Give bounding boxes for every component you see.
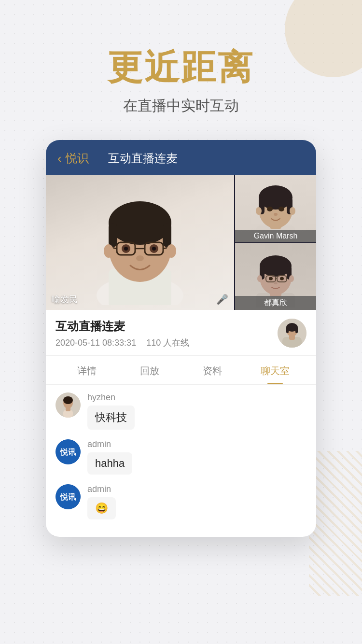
tab-details[interactable]: 详情 [56, 356, 118, 384]
svg-point-27 [274, 213, 278, 216]
video-area: 喻发民 🎤 [46, 175, 316, 310]
svg-point-42 [257, 275, 262, 282]
main-title: 更近距离 [108, 48, 254, 86]
host-avatar-img [278, 319, 306, 348]
svg-point-18 [167, 244, 176, 258]
main-person-face [46, 175, 234, 310]
svg-rect-48 [295, 327, 298, 333]
sub-title: 在直播中实时互动 [123, 96, 239, 116]
svg-text:悦讯: 悦讯 [60, 493, 76, 501]
svg-point-4 [109, 201, 171, 245]
chat-content-2: admin hahha [87, 439, 306, 475]
chat-message-2: 悦讯 admin hahha [56, 439, 306, 475]
svg-rect-47 [286, 327, 289, 333]
side-person-2-label: 都真欣 [235, 296, 316, 310]
svg-rect-50 [289, 335, 295, 340]
session-text: 互动直播连麦 2020-05-11 08:33:31 110 人在线 [56, 319, 278, 349]
avatar-logo-2: 悦讯 [56, 484, 81, 509]
chat-avatar-admin-1: 悦讯 [56, 439, 81, 464]
tab-chatroom[interactable]: 聊天室 [244, 356, 306, 384]
chat-bubble-1: 快科技 [87, 406, 135, 430]
main-person-svg [77, 180, 203, 305]
chat-area: hyzhen 快科技 悦讯 admin hahha [46, 385, 316, 537]
main-video-panel: 喻发民 🎤 [46, 175, 234, 310]
svg-point-40 [280, 277, 284, 280]
side-video-panel: Gavin Marsh [234, 175, 316, 310]
chat-content-3: admin 😄 [87, 484, 306, 519]
session-meta: 2020-05-11 08:33:31 110 人在线 [56, 337, 278, 349]
app-mockup: ‹ 悦识 互动直播连麦 [46, 140, 316, 537]
svg-point-43 [289, 275, 294, 282]
svg-point-39 [269, 277, 273, 280]
svg-point-25 [267, 207, 273, 211]
side-video-2: 都真欣 [234, 243, 316, 310]
tab-replay[interactable]: 回放 [118, 356, 181, 384]
mic-icon: 🎤 [216, 294, 228, 305]
svg-point-9 [124, 247, 128, 251]
svg-rect-5 [109, 223, 117, 247]
svg-text:悦讯: 悦讯 [60, 448, 76, 456]
svg-point-26 [278, 207, 284, 211]
svg-point-29 [290, 207, 295, 215]
tabs-bar: 详情 回放 资料 聊天室 [46, 356, 316, 385]
session-info: 互动直播连麦 2020-05-11 08:33:31 110 人在线 [46, 310, 316, 356]
svg-point-28 [256, 207, 262, 215]
tab-materials[interactable]: 资料 [181, 356, 244, 384]
svg-point-53 [63, 396, 73, 404]
session-viewers: 110 人在线 [146, 338, 189, 348]
side-video-1: Gavin Marsh [234, 175, 316, 243]
svg-rect-55 [66, 407, 70, 411]
chat-content-1: hyzhen 快科技 [87, 392, 306, 430]
chat-message-1: hyzhen 快科技 [56, 392, 306, 430]
main-person-label: 喻发民 [52, 294, 78, 305]
chat-bubble-2: hahha [87, 452, 132, 475]
svg-point-17 [104, 244, 113, 258]
svg-rect-6 [163, 223, 171, 247]
host-avatar [278, 319, 306, 348]
chat-username-1: hyzhen [87, 392, 306, 403]
chat-username-3: admin [87, 484, 306, 494]
chat-bubble-3: 😄 [87, 497, 116, 519]
svg-point-12 [152, 247, 156, 251]
chat-username-2: admin [87, 439, 306, 449]
session-name: 互动直播连麦 [56, 319, 278, 334]
chat-message-3: 悦讯 admin 😄 [56, 484, 306, 519]
svg-point-16 [136, 255, 144, 261]
svg-point-41 [274, 281, 278, 284]
back-chevron-icon[interactable]: ‹ [57, 151, 62, 166]
avatar-logo-1: 悦讯 [56, 439, 81, 464]
chat-avatar-admin-2: 悦讯 [56, 484, 81, 509]
chat-avatar-hyzhen [56, 392, 81, 418]
header-title: 互动直播连麦 [108, 151, 178, 166]
side-person-1-label: Gavin Marsh [235, 230, 316, 242]
avatar-photo-hyzhen [56, 392, 81, 418]
session-date: 2020-05-11 08:33:31 [56, 338, 136, 348]
back-label[interactable]: 悦识 [66, 151, 89, 166]
app-header: ‹ 悦识 互动直播连麦 [46, 140, 316, 175]
